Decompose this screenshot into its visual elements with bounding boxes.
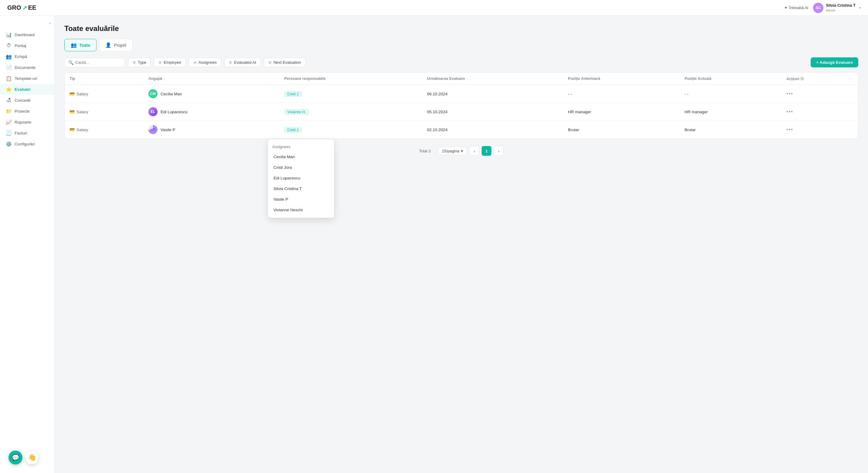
- sidebar-item-rapoarte[interactable]: 📈 Rapoarte: [0, 117, 54, 127]
- sidebar-item-configurari[interactable]: ⚙️ Configurări: [0, 139, 54, 149]
- topbar: GRO ↗ EE ✦ Întreabă AI SC Silvia Cristin…: [0, 0, 868, 16]
- wave-bubble[interactable]: 👋: [25, 450, 39, 465]
- employee-avatar: CM: [148, 89, 157, 98]
- sidebar-item-concedii[interactable]: 🏖 Concedii: [0, 95, 54, 106]
- sidebar-label-pontaj: Pontaj: [14, 43, 26, 48]
- row-actions-button[interactable]: •••: [786, 91, 793, 97]
- cell-current-position: Brutar: [680, 121, 781, 139]
- dropdown-assignee-item[interactable]: Cecilia Man: [268, 151, 334, 162]
- page-size-select[interactable]: 15/pagina ▾: [438, 147, 467, 155]
- assignees-search-input[interactable]: [272, 145, 330, 149]
- filter-employee-button[interactable]: ⊕Employee: [154, 58, 186, 67]
- filter-circle-icon: ⊕: [133, 60, 136, 65]
- cell-prev-position: HR manager: [563, 103, 680, 121]
- sidebar-item-proiecte[interactable]: 📁 Proiecte: [0, 106, 54, 117]
- salary-icon: 💳: [69, 91, 75, 96]
- ask-ai-button[interactable]: ✦ Întreabă AI: [784, 5, 808, 10]
- cell-angajat: EL Edi Lupacescu: [144, 103, 279, 121]
- assignees-dropdown: Cecilia ManCristi JoraEdi LupacescuSilvi…: [268, 139, 335, 218]
- table-row: 💳 Salary VP Vasile P Cristi J. 02.10.202…: [65, 121, 858, 139]
- table-row: 💳 Salary EL Edi Lupacescu Vivianne H. 05…: [65, 103, 858, 121]
- logo[interactable]: GRO ↗ EE: [7, 4, 36, 11]
- search-box[interactable]: 🔍: [64, 58, 125, 67]
- sidebar-item-template-uri[interactable]: 📋 Template-uri: [0, 73, 54, 84]
- cell-tip: 💳 Salary: [65, 85, 144, 103]
- sidebar-label-facturi: Facturi: [14, 131, 27, 136]
- col-angajat[interactable]: Angajat↓: [144, 72, 279, 85]
- prev-page-button[interactable]: ‹: [469, 146, 479, 156]
- salary-icon: 💳: [69, 109, 75, 114]
- cell-current-position: HR manager: [680, 103, 781, 121]
- sidebar-toggle[interactable]: ‹: [0, 20, 54, 29]
- filter-circle-icon: ⊕: [193, 60, 197, 65]
- cell-next-eval: 06.10.2024: [422, 85, 563, 103]
- assignee-chip: Cristi J.: [284, 127, 302, 133]
- filter-type-label: Type: [138, 60, 146, 65]
- sidebar-label-echipa: Echipă: [14, 54, 27, 59]
- sidebar-label-proiecte: Proiecte: [14, 109, 30, 114]
- filter-assignees-button[interactable]: ⊕Assignees: [189, 58, 221, 67]
- row-actions-button[interactable]: •••: [786, 127, 793, 133]
- proiecte-icon: 📁: [6, 108, 11, 114]
- page-size-label: 15/pagina: [442, 149, 459, 153]
- user-menu[interactable]: SC Silvia Cristina T Admin ▾: [813, 3, 861, 13]
- rapoarte-icon: 📈: [6, 119, 11, 125]
- cell-actions: •••: [781, 103, 858, 121]
- sidebar-item-documente[interactable]: 📄 Documente: [0, 62, 54, 73]
- col-urmatoarea-evaluare[interactable]: Următoarea Evaluare↓: [422, 72, 563, 85]
- sidebar: ‹ 📊 Dashboard ⏱ Pontaj 👥 Echipă 📄 Docume…: [0, 16, 55, 473]
- assignee-chip: Vivianne H.: [284, 109, 309, 115]
- table-row: 💳 Salary CM Cecilia Man Cristi J. 06.10.…: [65, 85, 858, 103]
- filter-evaluated-at-button[interactable]: ⊕Evaluated At: [224, 58, 261, 67]
- tabs: 👥 Toate 👤 Proprii: [64, 39, 858, 51]
- configurari-icon: ⚙️: [6, 141, 11, 147]
- tab-proprii[interactable]: 👤 Proprii: [99, 39, 132, 51]
- sidebar-item-echipa[interactable]: 👥 Echipă: [0, 51, 54, 62]
- dropdown-search-box[interactable]: [268, 142, 334, 151]
- tab-toate[interactable]: 👥 Toate: [64, 39, 96, 51]
- employee-name: Cecilia Man: [160, 92, 182, 96]
- chevron-down-icon: ▾: [859, 6, 861, 9]
- toolbar: 🔍 ⊕Type⊕Employee⊕Assignees⊕Evaluated At⊕…: [64, 57, 858, 67]
- dropdown-assignee-item[interactable]: Cristi Jora: [268, 162, 334, 173]
- sidebar-label-rapoarte: Rapoarte: [14, 120, 32, 124]
- chat-icon: 💬: [12, 454, 20, 461]
- columns-icon[interactable]: ⊞: [800, 76, 804, 81]
- tab-icon-toate: 👥: [71, 42, 77, 48]
- sort-icon: ↓: [163, 77, 165, 81]
- cell-assignee: Cristi J.: [279, 85, 422, 103]
- dropdown-assignee-item[interactable]: Edi Lupacescu: [268, 173, 334, 183]
- col-persoane-responsabile: Persoane responsabile: [279, 72, 422, 85]
- row-actions-button[interactable]: •••: [786, 109, 793, 115]
- cell-tip: 💳 Salary: [65, 103, 144, 121]
- dropdown-assignee-item[interactable]: Vasile P: [268, 194, 334, 205]
- user-name: Silvia Cristina T: [826, 3, 856, 8]
- add-evaluation-button[interactable]: + Adaugă Evaluare: [811, 57, 858, 67]
- sidebar-label-dashboard: Dashboard: [14, 32, 35, 37]
- dropdown-assignee-item[interactable]: Silvia Cristina T: [268, 183, 334, 194]
- sidebar-item-pontaj[interactable]: ⏱ Pontaj: [0, 40, 54, 51]
- filter-evaluated-at-label: Evaluated At: [234, 60, 256, 65]
- sidebar-item-facturi[interactable]: 🧾 Facturi: [0, 127, 54, 139]
- filter-next-evaluation-button[interactable]: ⊕Next Evaluation: [264, 58, 306, 67]
- page-1-button[interactable]: 1: [482, 146, 491, 156]
- topbar-right: ✦ Întreabă AI SC Silvia Cristina T Admin…: [784, 3, 861, 13]
- tab-icon-proprii: 👤: [105, 42, 112, 48]
- sidebar-item-dashboard[interactable]: 📊 Dashboard: [0, 29, 54, 40]
- next-page-button[interactable]: ›: [494, 146, 503, 156]
- assignee-chip: Cristi J.: [284, 91, 302, 97]
- sidebar-label-documente: Documente: [14, 65, 35, 70]
- employee-avatar: VP: [148, 125, 157, 134]
- search-input[interactable]: [75, 60, 118, 65]
- chat-bubble[interactable]: 💬: [8, 450, 23, 465]
- dropdown-assignee-item[interactable]: Vivianne Heschi: [268, 205, 334, 215]
- ask-ai-label: Întreabă AI: [789, 5, 808, 10]
- evaluari-icon: ⭐: [6, 87, 11, 92]
- cell-next-eval: 05.10.2024: [422, 103, 563, 121]
- filter-type-button[interactable]: ⊕Type: [128, 58, 151, 67]
- pontaj-icon: ⏱: [6, 43, 11, 48]
- employee-name: Edi Lupacescu: [160, 110, 188, 114]
- documente-icon: 📄: [6, 65, 11, 70]
- user-role: Admin: [826, 8, 856, 12]
- sidebar-item-evaluari[interactable]: ⭐ Evaluări: [0, 84, 54, 95]
